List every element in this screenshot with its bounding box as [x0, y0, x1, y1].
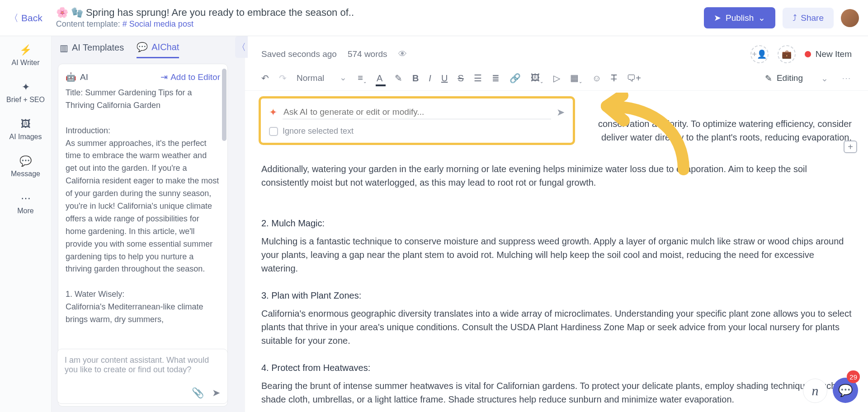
ai-panel: ▥ AI Templates 💬 AIChat 〈 🤖 AI ⇥ Add to … — [52, 36, 245, 412]
intercom-badge: 29 — [847, 370, 860, 383]
doc-section-2-head: 2. Mulch Magic: — [261, 216, 852, 230]
numbered-list-button[interactable]: ≣ — [492, 73, 500, 84]
ai-scrollbar[interactable] — [222, 69, 226, 141]
tab-label: AI Templates — [72, 42, 124, 53]
editing-mode-select[interactable]: ✎ Editing ⌄ — [765, 73, 832, 84]
doc-p1b: Additionally, watering your garden in th… — [261, 162, 852, 189]
assistant-placeholder: I am your content assistant. What would … — [65, 356, 220, 375]
strike-button[interactable]: S — [458, 73, 463, 84]
comment-button[interactable]: 🗨+ — [627, 73, 641, 84]
italic-button[interactable]: I — [429, 73, 431, 84]
emoji-button[interactable]: ☺ — [592, 73, 601, 84]
ai-intro-label: Introduction: — [66, 125, 219, 137]
briefcase-icon: 💼 — [782, 49, 792, 59]
chevron-down-icon: ⌄ — [758, 13, 765, 23]
add-to-editor-button[interactable]: ⇥ Add to Editor — [160, 70, 220, 84]
status-new-item[interactable]: New Item — [805, 49, 852, 59]
tab-ai-templates[interactable]: ▥ AI Templates — [60, 42, 124, 58]
editor-toolbar: ↶ ↷ Normal ≡⌄ A ✎ B I U S ☰ ≣ 🔗 🖼⌄ ▷ ▦⌄ … — [245, 69, 868, 91]
ask-ai-popover: ✦ ➤ Ignore selected text — [259, 96, 575, 145]
publish-button[interactable]: ➤ Publish ⌄ — [704, 7, 775, 28]
ignore-selected-label: Ignore selected text — [283, 125, 354, 137]
doc-section-4-p1: Bearing the brunt of intense summer heat… — [261, 379, 852, 406]
nav-label: AI Images — [9, 133, 42, 141]
ai-sec1-head: 1. Water Wisely: — [66, 288, 219, 301]
ai-title: Title: Summer Gardening Tips for a Thriv… — [66, 87, 219, 112]
video-button[interactable]: ▷ — [553, 73, 560, 84]
clear-format-button[interactable]: T̶ — [611, 73, 617, 84]
bold-button[interactable]: B — [412, 73, 419, 84]
nav-message[interactable]: 💬 Message — [0, 153, 51, 181]
doc-section-2-p: Mulching is a fantastic technique to con… — [261, 234, 852, 275]
bolt-icon: ⚡ — [19, 44, 32, 56]
tab-label: AIChat — [151, 42, 179, 52]
ask-ai-send-button[interactable]: ➤ — [557, 105, 565, 120]
chevron-down-icon: ⌄ — [821, 73, 828, 84]
table-button[interactable]: ▦⌄ — [570, 72, 582, 84]
ellipsis-icon: ⋯ — [21, 192, 31, 204]
align-button[interactable]: ≡⌄ — [358, 73, 367, 84]
redo-button[interactable]: ↷ — [279, 73, 287, 84]
sparkle-icon: ✦ — [269, 105, 277, 120]
underline-button[interactable]: U — [441, 73, 448, 84]
text-color-button[interactable]: A — [377, 73, 385, 84]
tab-ai-chat[interactable]: 💬 AIChat — [137, 42, 179, 58]
top-header: 〈 Back 🌸 🧤 Spring has sprung! Are you re… — [0, 0, 868, 36]
chevron-left-icon: 〈 — [237, 41, 246, 53]
content-template-line: Content template: # Social media post — [56, 19, 704, 29]
editor: Saved seconds ago 574 words 👁 +👤 💼 New I… — [245, 36, 868, 412]
ai-intro-body: As summer approaches, it's the perfect t… — [66, 137, 219, 276]
chat-icon: 💬 — [19, 155, 32, 167]
send-icon[interactable]: ➤ — [212, 387, 220, 399]
nav-label: Message — [11, 170, 40, 178]
help-launcher-n[interactable]: n — [803, 379, 827, 403]
link-button[interactable]: 🔗 — [509, 73, 521, 84]
template-label: Content template: — [56, 19, 120, 28]
pencil-icon: ✎ — [765, 73, 772, 84]
templates-icon: ▥ — [60, 42, 68, 53]
inline-comment-button[interactable]: + — [844, 140, 857, 153]
chat-icon: 💬 — [838, 384, 853, 398]
chevron-left-icon: 〈 — [9, 12, 19, 24]
eye-icon[interactable]: 👁 — [398, 49, 407, 59]
editing-label: Editing — [777, 73, 803, 83]
nav-ai-images[interactable]: 🖼 AI Images — [0, 116, 51, 144]
user-plus-icon: +👤 — [752, 49, 767, 59]
image-button[interactable]: 🖼⌄ — [531, 73, 543, 84]
assistant-input[interactable]: I am your content assistant. What would … — [57, 349, 228, 404]
bullet-list-button[interactable]: ☰ — [474, 73, 482, 84]
collapse-panel-button[interactable]: 〈 — [235, 36, 248, 58]
word-count: 574 words — [348, 49, 387, 59]
nav-brief-seo[interactable]: ✦ Brief + SEO — [0, 79, 51, 107]
user-avatar[interactable] — [841, 9, 859, 27]
nav-more[interactable]: ⋯ More — [0, 190, 51, 218]
add-attachment-button[interactable]: 💼 — [778, 45, 796, 63]
toolbar-more-button[interactable]: ⋯ — [842, 73, 852, 84]
header-actions: ➤ Publish ⌄ ⤴ Share — [704, 7, 859, 28]
attach-icon[interactable]: 📎 — [192, 387, 204, 399]
robot-icon: 🤖 — [66, 70, 76, 84]
target-icon: ✦ — [22, 81, 30, 93]
send-icon: ➤ — [714, 13, 721, 23]
insert-icon: ⇥ — [160, 70, 168, 84]
ask-ai-input[interactable] — [283, 105, 551, 119]
ignore-selected-checkbox[interactable] — [269, 127, 278, 136]
publish-label: Publish — [726, 13, 754, 23]
ai-panel-tabs: ▥ AI Templates 💬 AIChat — [52, 36, 245, 58]
template-link[interactable]: # Social media post — [123, 19, 193, 28]
status-dot-icon — [805, 51, 811, 57]
share-label: Share — [801, 13, 824, 23]
add-collaborator-button[interactable]: +👤 — [750, 45, 769, 63]
image-icon: 🖼 — [21, 118, 31, 130]
back-button[interactable]: 〈 Back — [9, 12, 42, 24]
editor-info-bar: Saved seconds ago 574 words 👁 +👤 💼 New I… — [245, 36, 868, 69]
document-body[interactable]: 1. Water Wisely: ✦ ➤ Ignore selected tex… — [245, 91, 868, 412]
nav-ai-writer[interactable]: ⚡ AI Writer — [0, 42, 51, 70]
format-select[interactable]: Normal — [297, 73, 348, 83]
share-button[interactable]: ⤴ Share — [783, 8, 834, 28]
status-label: New Item — [816, 49, 852, 59]
nav-label: AI Writer — [12, 59, 40, 67]
doc-section-4-head: 4. Protect from Heatwaves: — [261, 361, 852, 375]
highlight-button[interactable]: ✎ — [395, 73, 402, 84]
undo-button[interactable]: ↶ — [261, 73, 269, 84]
